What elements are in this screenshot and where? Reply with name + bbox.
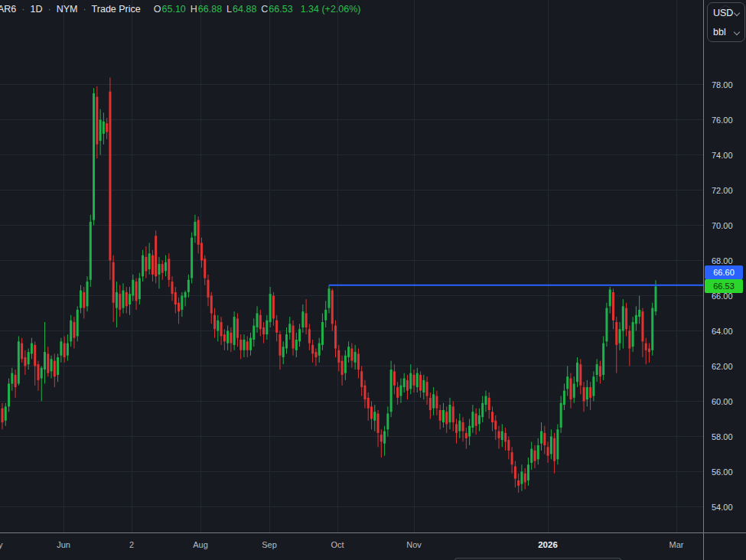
candle-body xyxy=(602,343,604,375)
ohlc-values: O65.10 H66.88 L64.88 C66.53 1.34 (+2.06%… xyxy=(154,4,361,15)
candle-body xyxy=(442,410,445,422)
candle-body xyxy=(498,431,500,438)
candle-body xyxy=(569,379,572,400)
symbol-name[interactable]: AR6 xyxy=(0,4,16,15)
price-tick-label: 54.00 xyxy=(712,503,733,512)
candle-body xyxy=(448,405,451,422)
candle-body xyxy=(252,326,255,340)
chart-canvas[interactable] xyxy=(0,0,703,532)
candle-body xyxy=(187,280,190,292)
candle-body xyxy=(377,414,380,433)
candle-body xyxy=(314,352,317,357)
candle-body xyxy=(615,322,617,345)
candle-body xyxy=(619,329,621,343)
candle-body xyxy=(119,294,121,310)
candle-body xyxy=(360,371,363,387)
time-tick-label: Jun xyxy=(57,540,70,549)
candle-body xyxy=(589,387,591,398)
candle-body xyxy=(109,92,111,261)
candle-body xyxy=(135,282,138,301)
candle-body xyxy=(21,343,23,360)
candle-body xyxy=(596,364,598,375)
candle-body xyxy=(645,343,647,350)
candle-body xyxy=(256,314,259,327)
candle-body xyxy=(625,308,627,330)
candle-body xyxy=(517,480,520,486)
chevron-down-icon xyxy=(735,10,740,15)
candle-body xyxy=(15,375,17,387)
candle-body xyxy=(403,379,406,388)
candle-body xyxy=(511,452,513,464)
candle-body xyxy=(220,322,223,336)
price-tick-label: 62.00 xyxy=(712,362,733,371)
candle-body xyxy=(445,412,448,424)
candle-body xyxy=(583,387,585,401)
candle-body xyxy=(223,334,226,341)
time-tick-label: 2 xyxy=(129,540,134,549)
candle-body xyxy=(530,449,533,463)
candle-body xyxy=(393,371,396,385)
candle-body xyxy=(145,257,147,271)
candle-body xyxy=(112,262,115,303)
candle-body xyxy=(93,93,95,220)
time-tick-label: Mar xyxy=(669,540,684,549)
high-value: 66.88 xyxy=(198,4,222,15)
candle-body xyxy=(344,356,347,373)
candle-body xyxy=(543,433,546,445)
price-tick-label: 70.00 xyxy=(712,221,733,230)
interval-label[interactable]: 1D xyxy=(31,4,43,15)
last-price-label: 66.53 xyxy=(705,279,743,293)
candle-body xyxy=(246,341,249,350)
candle-body xyxy=(262,327,265,334)
symbol-legend[interactable]: AR6 · 1D · NYM · Trade Price O65.10 H66.… xyxy=(0,4,361,15)
price-axis[interactable]: 78.0076.0074.0072.0070.0068.0066.0064.00… xyxy=(704,0,746,532)
unit-selector-box: USD bbl xyxy=(707,2,745,42)
candle-body xyxy=(426,382,428,396)
candle-body xyxy=(439,410,441,421)
candle-body xyxy=(24,357,26,366)
candle-body xyxy=(540,431,542,444)
unit-dropdown[interactable]: bbl xyxy=(708,22,744,41)
candle-body xyxy=(298,329,301,341)
candle-body xyxy=(259,315,262,329)
candle-body xyxy=(83,292,85,308)
currency-dropdown[interactable]: USD xyxy=(708,3,744,22)
time-tick-label: May xyxy=(0,540,2,549)
candle-body xyxy=(197,220,200,245)
candle-body xyxy=(265,321,268,334)
candle-body xyxy=(243,340,245,350)
candle-body xyxy=(550,437,552,454)
candle-body xyxy=(514,467,516,479)
candle-body xyxy=(367,398,370,409)
candle-body xyxy=(632,322,634,347)
candle-body xyxy=(556,429,559,459)
candle-body xyxy=(406,380,409,391)
candle-body xyxy=(455,424,458,433)
candle-body xyxy=(18,341,20,383)
chart-window: AR6 · 1D · NYM · Trade Price O65.10 H66.… xyxy=(0,0,746,560)
candle-body xyxy=(334,326,337,349)
candle-body xyxy=(573,384,575,398)
candle-body xyxy=(494,421,497,430)
time-tick-label: Nov xyxy=(406,540,422,549)
candle-body xyxy=(138,278,141,300)
candle-body xyxy=(57,357,59,375)
candle-body xyxy=(11,373,13,384)
candle-body xyxy=(60,341,62,355)
candle-body xyxy=(288,324,291,333)
candle-body xyxy=(605,308,608,342)
candle-body xyxy=(207,280,210,298)
candle-body xyxy=(116,292,118,308)
candle-body xyxy=(471,412,474,428)
candle-body xyxy=(230,333,232,343)
chevron-down-icon xyxy=(735,29,740,34)
candle-body xyxy=(73,322,75,338)
candle-body xyxy=(481,403,484,417)
time-axis[interactable]: MayJun2AugSepOctNov2026Mar xyxy=(0,533,746,560)
candle-body xyxy=(174,292,177,304)
candle-body xyxy=(2,409,4,422)
candle-body xyxy=(609,289,611,306)
candle-body xyxy=(142,256,144,277)
time-tick-label: Sep xyxy=(262,540,277,549)
candle-body xyxy=(527,464,529,480)
